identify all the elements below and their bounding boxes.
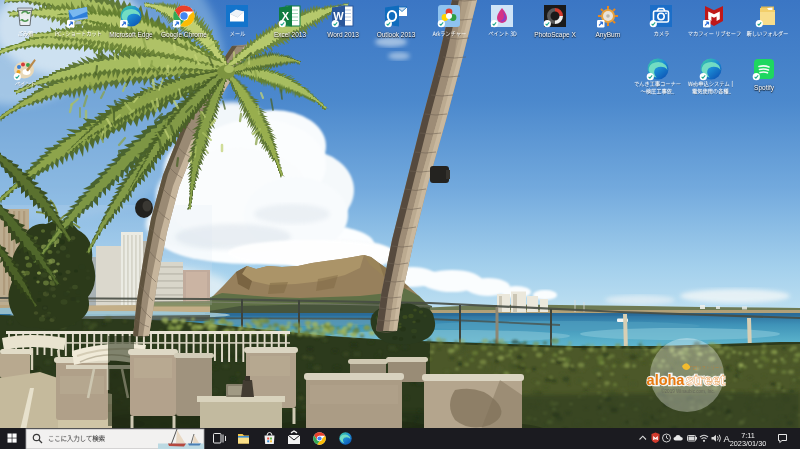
- svg-text:2023/01/30: 2023/01/30: [730, 439, 767, 448]
- svg-text:©2019 Winaubic.com, Inc.: ©2019 Winaubic.com, Inc.: [661, 388, 715, 394]
- svg-text:aloha: aloha: [647, 372, 686, 388]
- svg-text:street: street: [686, 372, 726, 388]
